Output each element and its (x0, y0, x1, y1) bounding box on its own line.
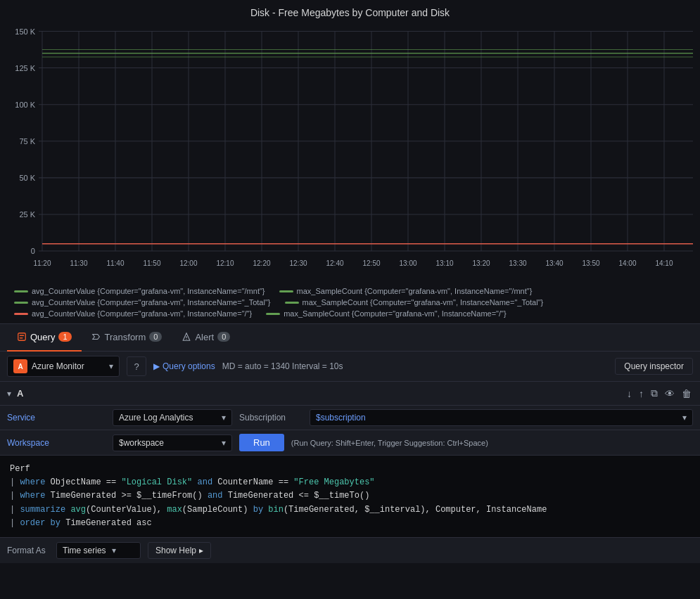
svg-point-56 (186, 339, 187, 340)
svg-text:25 K: 25 K (19, 210, 35, 219)
workspace-label: Workspace (7, 438, 106, 448)
toggle-visibility-button[interactable]: 👁 (663, 386, 676, 401)
tab-alert-badge: 0 (217, 332, 230, 342)
legend-item: max_SampleCount {Computer="grafana-vm", … (279, 287, 533, 295)
legend-label: max_SampleCount {Computer="grafana-vm", … (284, 309, 506, 318)
tab-transform-label: Transform (105, 332, 146, 342)
tab-alert[interactable]: Alert 0 (172, 323, 240, 352)
run-button[interactable]: Run (239, 434, 284, 451)
tab-alert-label: Alert (195, 332, 214, 342)
format-select[interactable]: Time series ▾ (56, 542, 141, 559)
format-value: Time series (63, 546, 106, 555)
subscription-value: $subscription (316, 413, 366, 423)
svg-text:14:10: 14:10 (655, 259, 673, 267)
legend-item: avg_CounterValue {Computer="grafana-vm",… (14, 309, 252, 318)
svg-text:75 K: 75 K (19, 137, 35, 146)
legend-label: avg_CounterValue {Computer="grafana-vm",… (32, 298, 271, 307)
query-icon (17, 332, 27, 342)
svg-text:12:10: 12:10 (216, 259, 234, 267)
svg-text:13:20: 13:20 (472, 259, 490, 267)
tab-transform-badge: 0 (149, 332, 162, 342)
chart-title: Disk - Free Megabytes by Computer and Di… (0, 7, 700, 18)
query-inspector-button[interactable]: Query inspector (615, 358, 693, 375)
datasource-chevron-icon: ▾ (109, 361, 113, 371)
svg-text:11:40: 11:40 (106, 259, 124, 267)
query-header: ▾ A ↓ ↑ ⧉ 👁 🗑 (0, 382, 700, 406)
legend-item: avg_CounterValue {Computer="grafana-vm",… (14, 298, 271, 307)
svg-text:12:50: 12:50 (362, 259, 380, 267)
query-options-info: MD = auto = 1340 Interval = 10s (222, 361, 343, 371)
workspace-select[interactable]: $workspace ▾ (113, 434, 232, 451)
service-row: Service Azure Log Analytics ▾ Subscripti… (0, 406, 700, 430)
help-button[interactable]: ? (127, 356, 146, 376)
workspace-row: Workspace $workspace ▾ Run (Run Query: S… (0, 430, 700, 456)
legend-color (266, 313, 280, 315)
service-value: Azure Log Analytics (119, 413, 193, 423)
tab-query[interactable]: Query 1 (7, 323, 82, 352)
legend-label: avg_CounterValue {Computer="grafana-vm",… (32, 309, 252, 318)
datasource-select[interactable]: A Azure Monitor ▾ (7, 356, 120, 377)
subscription-label: Subscription (239, 413, 303, 423)
legend-label: max_SampleCount {Computer="grafana-vm", … (297, 287, 533, 295)
legend-item: max_SampleCount {Computer="grafana-vm", … (266, 309, 506, 318)
svg-text:0: 0 (31, 247, 35, 255)
tab-transform[interactable]: Transform 0 (82, 323, 172, 352)
legend-color (14, 313, 28, 315)
svg-text:12:00: 12:00 (179, 259, 197, 267)
transform-icon (91, 332, 101, 342)
workspace-value: $workspace (119, 438, 164, 448)
svg-text:100 K: 100 K (15, 101, 35, 109)
delete-button[interactable]: 🗑 (680, 386, 693, 401)
chevron-down-icon: ▾ (7, 389, 11, 399)
legend-label: avg_CounterValue {Computer="grafana-vm",… (32, 287, 265, 295)
subscription-select[interactable]: $subscription ▾ (310, 409, 693, 426)
legend-area: avg_CounterValue {Computer="grafana-vm",… (0, 284, 700, 321)
run-hint: (Run Query: Shift+Enter, Trigger Suggest… (291, 439, 488, 447)
query-options-bar: A Azure Monitor ▾ ? ▶ Query options MD =… (0, 352, 700, 382)
svg-text:12:40: 12:40 (326, 259, 343, 267)
service-chevron-icon: ▾ (222, 413, 226, 423)
code-line-2: | where ObjectName == "Logical Disk" and… (10, 476, 690, 489)
query-options-label: Query options (163, 361, 215, 371)
alert-icon (182, 332, 191, 342)
code-line-4: | summarize avg(CounterValue), max(Sampl… (10, 503, 690, 517)
duplicate-button[interactable]: ⧉ (649, 386, 659, 401)
query-header-actions: ↓ ↑ ⧉ 👁 🗑 (625, 386, 693, 401)
svg-text:12:20: 12:20 (253, 259, 270, 267)
chart-svg: 150 K 125 K 100 K 75 K 50 K 25 K 0 (7, 24, 693, 284)
query-options-toggle[interactable]: ▶ Query options (153, 361, 215, 371)
svg-text:50 K: 50 K (19, 174, 35, 182)
format-as-label: Format As (7, 546, 49, 555)
code-editor[interactable]: Perf | where ObjectName == "Logical Disk… (0, 456, 700, 537)
svg-text:11:50: 11:50 (143, 259, 160, 267)
workspace-chevron-icon: ▾ (222, 438, 226, 448)
code-line-1: Perf (10, 463, 690, 476)
service-select[interactable]: Azure Log Analytics ▾ (113, 409, 232, 426)
svg-text:13:00: 13:00 (399, 259, 416, 267)
legend-label: max_SampleCount {Computer="grafana-vm", … (303, 298, 544, 307)
svg-rect-54 (18, 333, 26, 341)
bottom-bar: Format As Time series ▾ Show Help ▸ (0, 537, 700, 563)
show-help-button[interactable]: Show Help ▸ (148, 542, 211, 559)
chart-container: Disk - Free Megabytes by Computer and Di… (0, 0, 700, 323)
svg-text:150 K: 150 K (15, 27, 35, 35)
move-up-button[interactable]: ↑ (637, 386, 645, 401)
move-down-button[interactable]: ↓ (625, 386, 633, 401)
tab-query-badge: 1 (58, 332, 71, 342)
chart-area: 150 K 125 K 100 K 75 K 50 K 25 K 0 (7, 24, 693, 284)
chevron-right-icon: ▶ (153, 361, 160, 371)
service-label: Service (7, 413, 106, 423)
tab-query-label: Query (30, 332, 55, 342)
svg-text:125 K: 125 K (15, 63, 35, 72)
svg-text:13:50: 13:50 (582, 259, 599, 267)
subscription-chevron-icon: ▾ (682, 413, 687, 423)
legend-color (285, 302, 299, 304)
format-chevron-icon: ▾ (112, 546, 116, 555)
svg-text:12:30: 12:30 (289, 259, 307, 267)
query-collapse-button[interactable]: ▾ (7, 389, 11, 399)
query-section-a: ▾ A ↓ ↑ ⧉ 👁 🗑 Service Azure Log Analytic… (0, 382, 700, 563)
code-line-5: | order by TimeGenerated asc (10, 517, 690, 530)
azure-monitor-icon: A (13, 359, 27, 373)
code-line-3: | where TimeGenerated >= $__timeFrom() a… (10, 489, 690, 503)
datasource-name: Azure Monitor (32, 361, 84, 371)
